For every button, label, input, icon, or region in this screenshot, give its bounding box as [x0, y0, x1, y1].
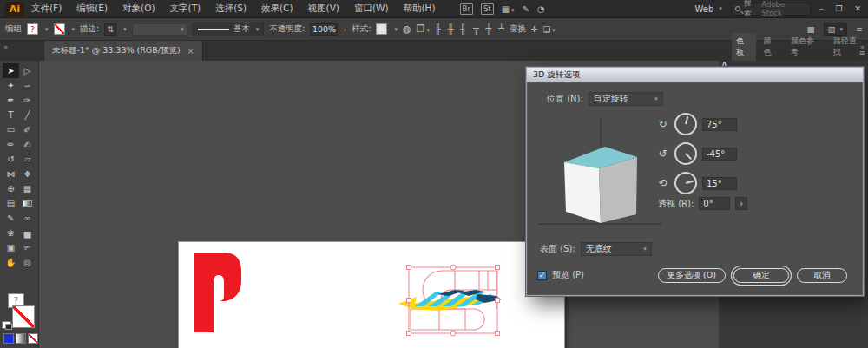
- hand-tool[interactable]: ✋: [3, 255, 19, 270]
- menu-item-6[interactable]: 效果(C): [261, 3, 293, 15]
- direct-selection-tool[interactable]: ▷: [19, 63, 36, 78]
- scale-tool[interactable]: ▱: [19, 152, 36, 167]
- letter-p-art[interactable]: [194, 253, 241, 332]
- panel-tab-2[interactable]: 颜色: [760, 33, 784, 61]
- cancel-button[interactable]: 取消: [797, 268, 847, 283]
- align-v-bottom-icon[interactable]: ╧: [498, 23, 504, 35]
- close-tab-icon[interactable]: ×: [187, 46, 194, 56]
- chevron-down-icon[interactable]: ▾: [123, 26, 127, 33]
- chevron-down-icon[interactable]: ▾: [394, 26, 398, 33]
- gradient-mode-button[interactable]: [16, 333, 26, 344]
- z-axis-rotation-value[interactable]: 15°: [702, 177, 737, 190]
- stock-icon[interactable]: St: [481, 3, 494, 15]
- pencil-tool[interactable]: ✏: [3, 137, 19, 152]
- type-tool[interactable]: T: [3, 108, 19, 122]
- align-h-left-icon[interactable]: ╟: [435, 23, 441, 35]
- workspace-grid-icon[interactable]: ▦▾: [502, 4, 515, 14]
- chevron-down-icon[interactable]: ▾: [72, 26, 76, 33]
- z-axis-rotation-dial[interactable]: [674, 172, 697, 194]
- selection-tool[interactable]: ➤: [3, 63, 19, 78]
- stroke-weight-stepper[interactable]: ⇅: [104, 23, 116, 36]
- stock-search-input[interactable]: 搜索 Adobe Stock: [731, 3, 811, 16]
- style-swatch[interactable]: [376, 23, 387, 35]
- menu-item-8[interactable]: 窗口(W): [354, 3, 389, 15]
- workspace-switcher[interactable]: Web ▾: [695, 4, 722, 14]
- position-select[interactable]: 自定旋转 ▾: [589, 92, 663, 106]
- free-transform-icon[interactable]: ✛: [531, 24, 538, 34]
- zoom-tool[interactable]: ◎: [19, 255, 36, 270]
- dialog-title-bar[interactable]: 3D 旋转选项: [527, 68, 863, 82]
- blob-brush-tool[interactable]: ✍: [19, 137, 36, 152]
- column-graph-tool[interactable]: ▅: [19, 226, 36, 240]
- align-h-right-icon[interactable]: ╢: [460, 23, 466, 35]
- gradient-tool[interactable]: [19, 196, 36, 211]
- rectangle-tool[interactable]: ▭: [3, 122, 19, 137]
- shape-builder-tool[interactable]: ⊕: [3, 181, 19, 196]
- eyedropper-tool[interactable]: ✎: [3, 211, 19, 226]
- panels-collapse-icon[interactable]: »: [859, 43, 865, 51]
- align-h-center-icon[interactable]: ╫: [448, 23, 454, 35]
- lasso-tool[interactable]: ∽: [19, 78, 36, 93]
- pen-tool[interactable]: ✒: [3, 93, 19, 108]
- free-transform-tool[interactable]: ❖: [19, 167, 36, 181]
- rotate-tool[interactable]: ↺: [3, 152, 19, 167]
- menu-item-5[interactable]: 选择(S): [215, 3, 247, 15]
- minimize-button[interactable]: –: [819, 4, 824, 13]
- color-mode-button[interactable]: [3, 333, 14, 344]
- chevron-down-icon[interactable]: ▾: [45, 26, 49, 33]
- artboard-tool[interactable]: ▣: [3, 240, 19, 255]
- menu-item-3[interactable]: 对象(O): [122, 3, 155, 15]
- panel-tab-1[interactable]: 色板: [732, 33, 756, 61]
- menu-item-2[interactable]: 编辑(E): [76, 3, 108, 15]
- x-axis-rotation-value[interactable]: 75°: [702, 118, 737, 131]
- align-v-center-icon[interactable]: ╪: [486, 23, 492, 35]
- blend-tool[interactable]: ∞: [19, 211, 36, 226]
- tools-collapse-icon[interactable]: »: [3, 43, 10, 51]
- gpu-performance-icon[interactable]: ◔: [537, 4, 545, 14]
- fill-swatch[interactable]: ?: [27, 23, 38, 35]
- line-segment-tool[interactable]: ╱: [19, 108, 36, 122]
- touch-workspace-icon[interactable]: ✎: [523, 4, 529, 14]
- y-axis-rotation-value[interactable]: -45°: [702, 148, 737, 161]
- z-axis-rotation-dial-hand[interactable]: [686, 181, 694, 184]
- more-options-button[interactable]: 更多选项 (O): [658, 268, 726, 283]
- none-mode-button[interactable]: [28, 333, 38, 344]
- y-axis-rotation-dial-hand[interactable]: [685, 153, 692, 160]
- opacity-value[interactable]: 100%: [310, 23, 338, 36]
- bridge-icon[interactable]: Br: [460, 3, 473, 15]
- perspective-value[interactable]: 0°: [699, 197, 730, 210]
- preferences-icon[interactable]: ❒▾: [417, 23, 430, 35]
- brush-definition-select[interactable]: 基本 ▾: [193, 23, 265, 36]
- default-fill-stroke-icon[interactable]: [2, 321, 11, 329]
- opacity-more-arrow[interactable]: ›: [343, 24, 346, 34]
- align-v-top-icon[interactable]: ╤: [473, 23, 479, 35]
- y-axis-rotation-dial[interactable]: [674, 142, 697, 165]
- magic-wand-tool[interactable]: ✦: [3, 78, 19, 93]
- rotated-3d-preview-art[interactable]: [398, 290, 502, 311]
- menu-item-4[interactable]: 文字(T): [170, 3, 201, 15]
- mesh-tool[interactable]: ▤: [3, 196, 19, 211]
- cube-preview[interactable]: [535, 118, 665, 231]
- x-axis-rotation-dial[interactable]: [674, 113, 697, 135]
- menu-item-7[interactable]: 视图(V): [308, 3, 339, 15]
- ok-button[interactable]: 确定: [733, 268, 789, 283]
- curvature-tool[interactable]: ✑: [19, 93, 36, 108]
- x-axis-rotation-dial-hand[interactable]: [685, 116, 688, 124]
- width-tool[interactable]: ⋈: [3, 167, 19, 181]
- transform-link[interactable]: 变换: [510, 23, 526, 35]
- perspective-grid-tool[interactable]: ▦: [19, 181, 36, 196]
- restore-button[interactable]: ❐: [835, 4, 842, 13]
- close-button[interactable]: ✕: [854, 4, 861, 13]
- symbol-sprayer-tool[interactable]: ❀: [3, 226, 19, 240]
- stroke-color-proxy[interactable]: [12, 305, 35, 328]
- artboard[interactable]: [178, 241, 565, 348]
- stroke-swatch[interactable]: [54, 23, 65, 35]
- select-similar-icon[interactable]: ❏▾: [543, 24, 556, 34]
- paintbrush-tool[interactable]: ✐: [19, 122, 36, 137]
- document-tab[interactable]: 未标题-1* @ 33.33% (RGB/预览) ×: [43, 41, 203, 61]
- preview-checkbox[interactable]: ✓: [537, 271, 547, 280]
- menu-item-1[interactable]: 文件(F): [31, 3, 62, 15]
- panel-tab-3[interactable]: 颜色参考: [786, 33, 825, 61]
- surface-select[interactable]: 无底纹 ▾: [581, 242, 652, 256]
- document-setup-icon[interactable]: ◍: [403, 23, 411, 35]
